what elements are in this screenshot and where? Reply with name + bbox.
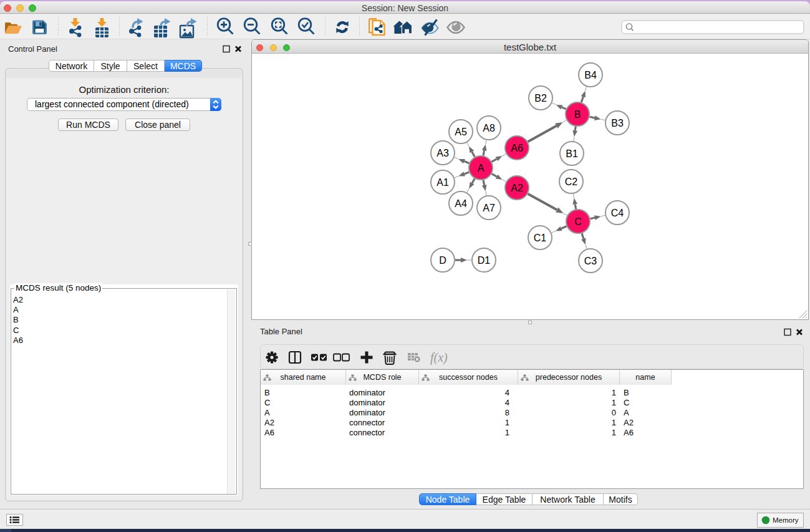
svg-text:C: C [574, 216, 582, 227]
svg-text:B: B [574, 109, 581, 120]
svg-text:C2: C2 [565, 177, 578, 187]
svg-text:A7: A7 [483, 203, 495, 213]
svg-text:A5: A5 [455, 127, 467, 137]
svg-text:A3: A3 [436, 148, 449, 158]
svg-text:Memory: Memory [773, 516, 799, 524]
svg-text:A8: A8 [483, 123, 495, 133]
svg-text:D: D [439, 255, 446, 266]
svg-text:f(x): f(x) [430, 351, 448, 365]
svg-text:A6: A6 [511, 143, 523, 153]
svg-text:A4: A4 [455, 198, 467, 209]
svg-text:C3: C3 [584, 256, 597, 266]
svg-text:B1: B1 [566, 148, 578, 159]
svg-text:B4: B4 [584, 70, 597, 80]
svg-text:B2: B2 [534, 93, 547, 104]
svg-text:B3: B3 [611, 118, 624, 128]
svg-text:A1: A1 [436, 177, 449, 188]
svg-text:A2: A2 [511, 183, 523, 193]
svg-text:D1: D1 [478, 255, 491, 266]
svg-text:C1: C1 [534, 233, 547, 243]
svg-text:C4: C4 [611, 208, 624, 218]
svg-text:A: A [478, 163, 485, 173]
